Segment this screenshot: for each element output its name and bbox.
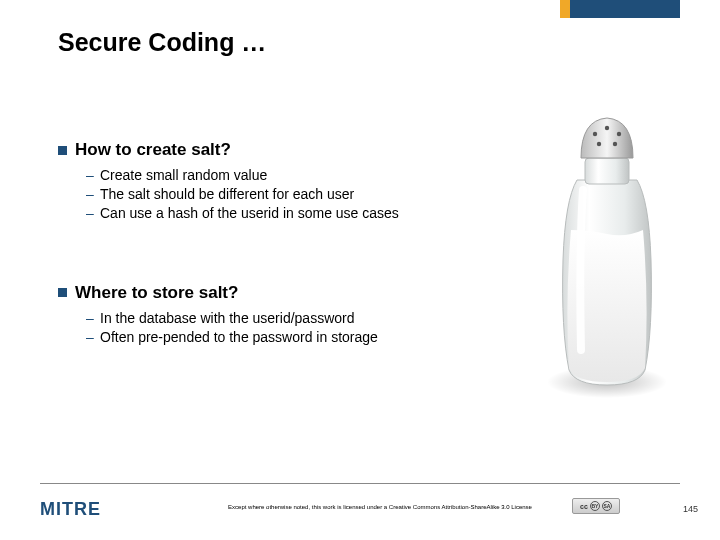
- list-item: Create small random value: [86, 166, 538, 185]
- topic-heading-row: How to create salt?: [58, 140, 538, 160]
- svg-point-2: [593, 132, 597, 136]
- topic-block: How to create salt? Create small random …: [58, 140, 538, 223]
- topic-heading-row: Where to store salt?: [58, 283, 538, 303]
- svg-rect-1: [585, 158, 629, 184]
- mitre-logo: MITRE: [40, 499, 101, 520]
- svg-point-3: [605, 126, 609, 130]
- cc-sa-icon: SA: [602, 501, 612, 511]
- list-item: The salt should be different for each us…: [86, 185, 538, 204]
- svg-point-5: [597, 142, 601, 146]
- page-number: 145: [683, 504, 698, 514]
- license-text: Except where otherwise noted, this work …: [200, 504, 560, 510]
- topic-heading: Where to store salt?: [75, 283, 238, 303]
- cc-license-badge-icon: cc BY SA: [572, 498, 620, 514]
- accent-bar: [560, 0, 680, 18]
- topic-heading: How to create salt?: [75, 140, 231, 160]
- footer-divider: [40, 483, 680, 484]
- svg-point-6: [613, 142, 617, 146]
- slide-title: Secure Coding …: [58, 28, 266, 57]
- square-bullet-icon: [58, 288, 67, 297]
- list-item: Can use a hash of the userid in some use…: [86, 204, 538, 223]
- list-item: Often pre-pended to the password in stor…: [86, 328, 538, 347]
- cc-label: cc: [580, 503, 588, 510]
- square-bullet-icon: [58, 146, 67, 155]
- salt-shaker-image: [535, 100, 680, 400]
- topic-block: Where to store salt? In the database wit…: [58, 283, 538, 347]
- sub-bullet-list: Create small random value The salt shoul…: [58, 166, 538, 223]
- svg-point-4: [617, 132, 621, 136]
- sub-bullet-list: In the database with the userid/password…: [58, 309, 538, 347]
- cc-by-icon: BY: [590, 501, 600, 511]
- list-item: In the database with the userid/password: [86, 309, 538, 328]
- slide-content: How to create salt? Create small random …: [58, 140, 538, 406]
